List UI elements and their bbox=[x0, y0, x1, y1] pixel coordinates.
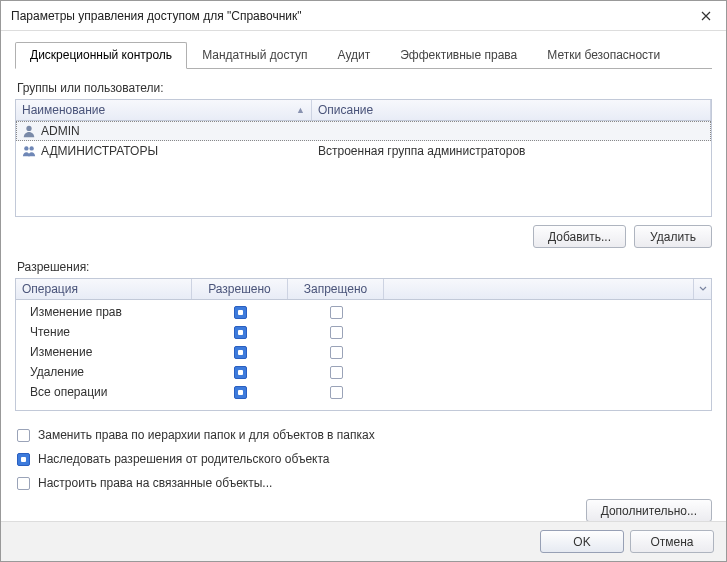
inherit-checkbox[interactable] bbox=[17, 453, 30, 466]
ok-button[interactable]: OK bbox=[540, 530, 624, 553]
remove-button[interactable]: Удалить bbox=[634, 225, 712, 248]
groups-grid[interactable]: ADMIN АДМИНИСТРАТОРЫ Встроенная группа а… bbox=[15, 121, 712, 217]
groups-label: Группы или пользователи: bbox=[17, 81, 712, 95]
tab-effective[interactable]: Эффективные права bbox=[385, 42, 532, 69]
groups-cell-name: АДМИНИСТРАТОРЫ bbox=[41, 144, 158, 158]
tab-audit[interactable]: Аудит bbox=[323, 42, 386, 69]
perm-allow-checkbox[interactable] bbox=[234, 306, 247, 319]
perm-op: Все операции bbox=[16, 385, 192, 399]
tab-mandatory[interactable]: Мандатный доступ bbox=[187, 42, 322, 69]
replace-label: Заменить права по иерархии папок и для о… bbox=[38, 428, 375, 442]
perm-row: Изменение прав bbox=[16, 302, 711, 322]
perm-header-options[interactable] bbox=[693, 279, 711, 299]
perm-op: Изменение bbox=[16, 345, 192, 359]
perm-deny-checkbox[interactable] bbox=[330, 386, 343, 399]
perm-row: Чтение bbox=[16, 322, 711, 342]
replace-checkbox[interactable] bbox=[17, 429, 30, 442]
tab-discretionary[interactable]: Дискреционный контроль bbox=[15, 42, 187, 69]
perm-deny-checkbox[interactable] bbox=[330, 346, 343, 359]
advanced-button[interactable]: Дополнительно... bbox=[586, 499, 712, 522]
groups-cell-name: ADMIN bbox=[41, 124, 80, 138]
groups-cell-desc: Встроенная группа администраторов bbox=[318, 144, 526, 158]
perm-op: Чтение bbox=[16, 325, 192, 339]
perm-header-deny[interactable]: Запрещено bbox=[288, 279, 384, 299]
tab-labels[interactable]: Метки безопасности bbox=[532, 42, 675, 69]
perm-header-op[interactable]: Операция bbox=[16, 279, 192, 299]
groups-row[interactable]: ADMIN bbox=[16, 121, 711, 141]
add-button[interactable]: Добавить... bbox=[533, 225, 626, 248]
user-icon bbox=[22, 124, 36, 138]
close-button[interactable] bbox=[686, 1, 726, 30]
group-icon bbox=[22, 144, 36, 158]
dialog-footer: OK Отмена bbox=[1, 521, 726, 561]
permissions-label: Разрешения: bbox=[17, 260, 712, 274]
permissions-header: Операция Разрешено Запрещено bbox=[15, 278, 712, 300]
perm-row: Удаление bbox=[16, 362, 711, 382]
svg-point-2 bbox=[29, 146, 33, 150]
window-title: Параметры управления доступом для "Справ… bbox=[11, 9, 302, 23]
perm-allow-checkbox[interactable] bbox=[234, 346, 247, 359]
groups-header-name-text: Наименование bbox=[22, 103, 105, 117]
groups-row[interactable]: АДМИНИСТРАТОРЫ Встроенная группа админис… bbox=[16, 141, 711, 161]
sort-asc-icon: ▲ bbox=[296, 105, 305, 115]
groups-header: Наименование ▲ Описание bbox=[15, 99, 712, 121]
groups-header-desc[interactable]: Описание bbox=[312, 100, 711, 120]
perm-row: Изменение bbox=[16, 342, 711, 362]
perm-header-allow[interactable]: Разрешено bbox=[192, 279, 288, 299]
inherit-label: Наследовать разрешения от родительского … bbox=[38, 452, 330, 466]
permissions-grid: Изменение прав Чтение Изменение Удаление… bbox=[15, 300, 712, 411]
perm-op: Удаление bbox=[16, 365, 192, 379]
perm-op: Изменение прав bbox=[16, 305, 192, 319]
close-icon bbox=[701, 11, 711, 21]
svg-point-0 bbox=[26, 126, 31, 131]
perm-row: Все операции bbox=[16, 382, 711, 402]
configure-label: Настроить права на связанные объекты... bbox=[38, 476, 272, 490]
configure-checkbox[interactable] bbox=[17, 477, 30, 490]
perm-deny-checkbox[interactable] bbox=[330, 306, 343, 319]
perm-allow-checkbox[interactable] bbox=[234, 326, 247, 339]
groups-header-name[interactable]: Наименование ▲ bbox=[16, 100, 312, 120]
cancel-button[interactable]: Отмена bbox=[630, 530, 714, 553]
svg-point-1 bbox=[24, 146, 28, 150]
chevron-down-icon bbox=[699, 285, 707, 293]
perm-deny-checkbox[interactable] bbox=[330, 326, 343, 339]
perm-allow-checkbox[interactable] bbox=[234, 366, 247, 379]
perm-allow-checkbox[interactable] bbox=[234, 386, 247, 399]
tab-bar: Дискреционный контроль Мандатный доступ … bbox=[15, 41, 712, 69]
perm-deny-checkbox[interactable] bbox=[330, 366, 343, 379]
